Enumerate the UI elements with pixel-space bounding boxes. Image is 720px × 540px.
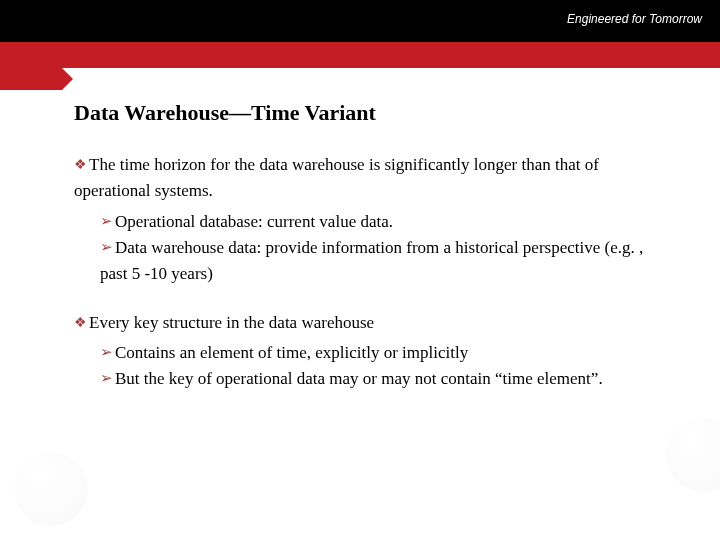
diamond-bullet-icon: ❖ bbox=[74, 157, 87, 172]
chevron-bullet-icon: ➢ bbox=[100, 369, 113, 386]
sub-list-2: ➢Contains an element of time, explicitly… bbox=[100, 340, 670, 393]
chevron-bullet-icon: ➢ bbox=[100, 343, 113, 360]
bullet-sub-1-1: ➢Operational database: current value dat… bbox=[100, 209, 670, 235]
bullet-main-1-text: The time horizon for the data warehouse … bbox=[74, 155, 599, 200]
chevron-bullet-icon: ➢ bbox=[100, 238, 113, 255]
diamond-bullet-icon: ❖ bbox=[74, 315, 87, 330]
slide-content: Data Warehouse—Time Variant ❖The time ho… bbox=[74, 100, 670, 415]
decorative-dot-right bbox=[666, 418, 720, 492]
bullet-sub-1-2-text: Data warehouse data: provide information… bbox=[100, 238, 643, 283]
chevron-bullet-icon: ➢ bbox=[100, 212, 113, 229]
bullet-main-2: ❖Every key structure in the data warehou… bbox=[74, 310, 670, 336]
bullet-sub-2-2: ➢But the key of operational data may or … bbox=[100, 366, 670, 392]
decorative-dot-left bbox=[14, 452, 88, 526]
red-notch bbox=[0, 68, 62, 90]
bullet-sub-1-1-text: Operational database: current value data… bbox=[115, 212, 393, 231]
header-bar: Engineered for Tomorrow bbox=[0, 0, 720, 42]
sub-list-1: ➢Operational database: current value dat… bbox=[100, 209, 670, 288]
slide-title: Data Warehouse—Time Variant bbox=[74, 100, 670, 126]
bullet-main-2-text: Every key structure in the data warehous… bbox=[89, 313, 374, 332]
bullet-main-1: ❖The time horizon for the data warehouse… bbox=[74, 152, 670, 205]
header-tagline: Engineered for Tomorrow bbox=[567, 12, 702, 26]
bullet-sub-1-2: ➢Data warehouse data: provide informatio… bbox=[100, 235, 670, 288]
bullet-sub-2-2-text: But the key of operational data may or m… bbox=[115, 369, 603, 388]
bullet-sub-2-1: ➢Contains an element of time, explicitly… bbox=[100, 340, 670, 366]
bullet-sub-2-1-text: Contains an element of time, explicitly … bbox=[115, 343, 468, 362]
red-band bbox=[0, 42, 720, 68]
